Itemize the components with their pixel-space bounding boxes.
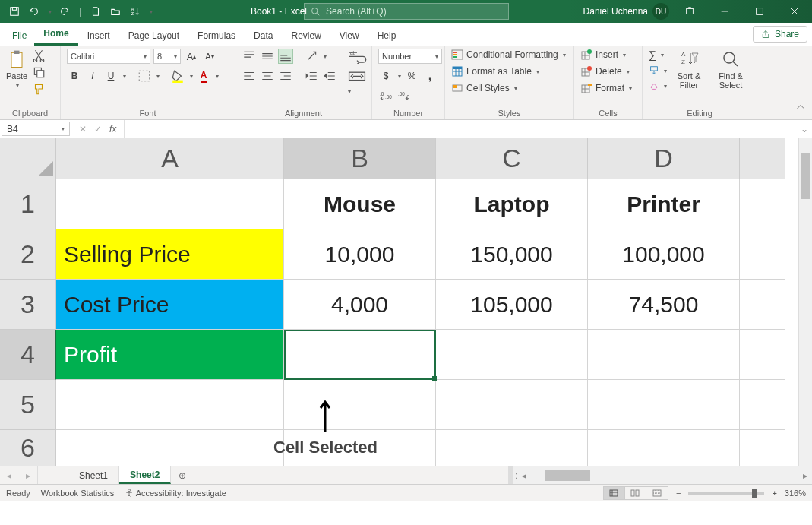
insert-cells-button[interactable]: Insert▾ [580,49,626,61]
cell-c1[interactable]: Laptop [436,179,588,229]
cell-c4[interactable] [436,330,588,380]
select-all-corner[interactable] [0,138,56,179]
fill-color-icon[interactable] [170,68,185,84]
underline-button[interactable]: U [103,68,118,84]
merge-center-icon[interactable] [346,68,368,84]
row-header-2[interactable]: 2 [0,229,56,280]
row-header-3[interactable]: 3 [0,280,56,330]
name-box[interactable]: B4▾ [2,122,70,136]
bold-button[interactable]: B [67,68,82,84]
align-middle-icon[interactable] [260,49,275,64]
font-color-icon[interactable]: A [196,68,211,84]
file-tab[interactable]: File [5,26,34,46]
collapse-ribbon-icon[interactable] [795,102,806,115]
wrap-text-icon[interactable]: ab [346,49,368,64]
sort-icon[interactable]: AZ [128,5,142,18]
cell-d5[interactable] [588,380,740,430]
col-header-d[interactable]: D [588,138,740,179]
increase-indent-icon[interactable] [322,68,337,84]
cell-styles-button[interactable]: Cell Styles▾ [451,82,517,94]
zoom-out-button[interactable]: − [676,489,681,498]
cell-b1[interactable]: Mouse [284,179,436,229]
zoom-slider[interactable] [688,492,764,495]
share-button[interactable]: Share [753,26,807,43]
align-left-icon[interactable] [242,68,257,84]
cell-b5[interactable] [284,380,436,430]
horizontal-scrollbar[interactable]: : ◂ ▸ [508,466,812,484]
row-header-1[interactable]: 1 [0,179,56,229]
align-top-icon[interactable] [242,49,257,64]
cell-a4[interactable]: Profit [56,330,284,380]
cell-b3[interactable]: 4,000 [284,280,436,330]
cell-d6[interactable] [588,430,740,466]
cell-e5[interactable] [740,380,785,430]
cell-e4[interactable] [740,330,785,380]
cell-a3[interactable]: Cost Price [56,280,284,330]
fill-button[interactable]: ▾ [649,65,667,76]
cell-e1[interactable] [740,179,785,229]
ribbon-display-options-icon[interactable] [672,0,707,23]
align-center-icon[interactable] [260,68,275,84]
tab-insert[interactable]: Insert [78,26,119,46]
undo-icon[interactable] [27,5,41,18]
minimize-button[interactable] [707,0,742,23]
tab-formulas[interactable]: Formulas [188,26,245,46]
user-account[interactable]: Daniel Uchenna DU [583,3,672,20]
cell-a1[interactable] [56,179,284,229]
col-header-b[interactable]: B [284,138,436,179]
new-file-icon[interactable] [89,5,103,18]
delete-cells-button[interactable]: Delete▾ [580,65,630,77]
decrease-font-icon[interactable]: A▾ [202,49,217,64]
sheet-nav[interactable]: ◂▸ [0,466,38,484]
autosum-button[interactable]: ∑▾ [649,49,667,61]
sort-filter-button[interactable]: AZ Sort & Filter [671,49,706,90]
formula-input[interactable] [125,120,797,138]
cell-e2[interactable] [740,229,785,280]
save-icon[interactable] [8,5,21,18]
borders-icon[interactable] [137,68,152,84]
italic-button[interactable]: I [85,68,100,84]
insert-function-icon[interactable]: fx [109,124,116,134]
clear-button[interactable]: ▾ [649,81,667,91]
conditional-formatting-button[interactable]: Conditional Formatting▾ [451,49,566,61]
undo-dropdown-icon[interactable]: ▾ [47,8,52,15]
cut-icon[interactable] [32,49,46,62]
sheet-tab-2[interactable]: Sheet2 [119,466,171,484]
row-header-4[interactable]: 4 [0,330,56,380]
redo-icon[interactable] [58,5,71,18]
add-sheet-button[interactable]: ⊕ [171,466,194,484]
cell-d3[interactable]: 74,500 [588,280,740,330]
close-button[interactable] [777,0,812,23]
increase-font-icon[interactable]: A▴ [184,49,199,64]
tab-page-layout[interactable]: Page Layout [119,26,188,46]
cell-c2[interactable]: 150,000 [436,229,588,280]
row-header-5[interactable]: 5 [0,380,56,430]
page-layout-view-icon[interactable] [625,487,646,499]
cell-b6[interactable] [284,430,436,466]
find-select-button[interactable]: Find & Select [711,49,750,90]
cell-d1[interactable]: Printer [588,179,740,229]
cell-d2[interactable]: 100,000 [588,229,740,280]
cell-e6[interactable] [740,430,785,466]
tab-home[interactable]: Home [34,24,77,46]
paste-button[interactable]: Paste ▾ [6,49,27,89]
cell-c5[interactable] [436,380,588,430]
font-size-combo[interactable]: 8▾ [153,49,181,64]
col-header-a[interactable]: A [56,138,284,179]
comma-style-icon[interactable]: , [422,68,438,84]
cell-b2[interactable]: 10,000 [284,229,436,280]
cell-b4[interactable] [284,330,436,380]
page-break-view-icon[interactable] [646,487,668,499]
cell-e3[interactable] [740,280,785,330]
open-file-icon[interactable] [109,5,122,18]
col-header-c[interactable]: C [436,138,588,179]
tab-help[interactable]: Help [368,26,406,46]
tab-data[interactable]: Data [245,26,282,46]
currency-icon[interactable]: $ [378,68,393,84]
cell-d4[interactable] [588,330,740,380]
status-workbook-stats[interactable]: Workbook Statistics [41,489,114,498]
row-header-6[interactable]: 6 [0,430,56,466]
format-as-table-button[interactable]: Format as Table▾ [451,65,539,77]
search-input[interactable]: Search (Alt+Q) [304,3,509,20]
normal-view-icon[interactable] [604,487,625,499]
